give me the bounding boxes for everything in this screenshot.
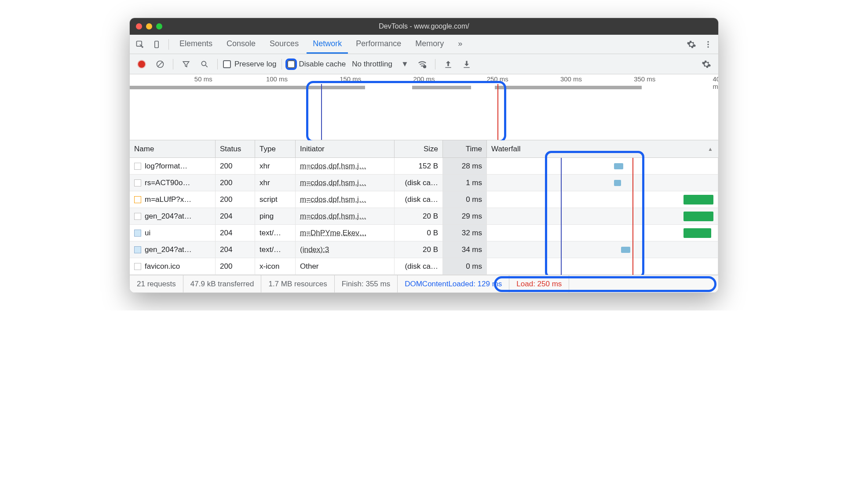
file-icon	[134, 213, 141, 220]
disable-cache-label: Disable cache	[299, 60, 346, 69]
initiator-link[interactable]: m=DhPYme,Ekev…	[300, 229, 367, 237]
gear-icon[interactable]	[684, 37, 699, 52]
tick-label: 150 ms	[340, 75, 361, 83]
preserve-log-checkbox[interactable]: Preserve log	[223, 60, 276, 69]
col-initiator[interactable]: Initiator	[296, 140, 395, 157]
cell-type: x-icon	[255, 258, 296, 274]
cell-name: log?format…	[145, 162, 187, 171]
svg-line-6	[158, 62, 162, 66]
cell-waterfall	[487, 225, 718, 241]
cell-name: rs=ACT90o…	[145, 179, 190, 187]
tick-label: 100 ms	[266, 75, 288, 83]
initiator-link[interactable]: m=cdos,dpf,hsm,j…	[300, 195, 366, 204]
tick-label: 300 ms	[560, 75, 582, 83]
col-status[interactable]: Status	[216, 140, 255, 157]
divider	[281, 59, 282, 69]
tick-label: 250 ms	[487, 75, 508, 83]
tick-label: 350 ms	[634, 75, 655, 83]
file-icon	[134, 263, 141, 270]
initiator-link[interactable]: m=cdos,dpf,hsm,j…	[300, 162, 366, 171]
device-toggle-icon[interactable]	[149, 37, 164, 52]
col-type[interactable]: Type	[255, 140, 296, 157]
record-button[interactable]	[134, 57, 149, 72]
svg-point-3	[707, 44, 709, 45]
tick-label: 50 ms	[194, 75, 212, 83]
disable-cache-checkbox[interactable]: Disable cache	[287, 60, 346, 69]
filter-icon[interactable]	[179, 57, 194, 72]
file-icon	[134, 163, 141, 170]
tab-console[interactable]: Console	[220, 35, 262, 54]
cell-status: 200	[216, 191, 255, 208]
divider	[435, 59, 435, 69]
cell-time: 1 ms	[443, 175, 487, 191]
minimize-icon[interactable]	[146, 23, 152, 29]
clear-icon[interactable]	[153, 57, 168, 72]
cell-time: 32 ms	[443, 225, 487, 241]
close-icon[interactable]	[136, 23, 142, 29]
table-row[interactable]: ui204text/…m=DhPYme,Ekev…0 B32 ms	[130, 225, 718, 241]
file-icon	[134, 246, 141, 253]
cell-time: 34 ms	[443, 241, 487, 258]
upload-icon[interactable]	[441, 57, 456, 72]
kebab-icon[interactable]	[701, 37, 716, 52]
cell-status: 204	[216, 208, 255, 224]
cell-type: xhr	[255, 158, 296, 174]
cell-status: 200	[216, 175, 255, 191]
cell-type: script	[255, 191, 296, 208]
cell-size: 0 B	[395, 225, 443, 241]
cell-time: 29 ms	[443, 208, 487, 224]
svg-line-8	[206, 65, 208, 67]
cell-size: (disk ca…	[395, 191, 443, 208]
cell-status: 204	[216, 225, 255, 241]
cell-waterfall	[487, 158, 718, 174]
cell-size: 152 B	[395, 158, 443, 174]
load-marker	[497, 84, 498, 140]
tab-network[interactable]: Network	[307, 35, 348, 54]
search-icon[interactable]	[197, 57, 212, 72]
tab-performance[interactable]: Performance	[350, 35, 407, 54]
status-finish: Finish: 355 ms	[335, 275, 398, 292]
table-row[interactable]: rs=ACT90o…200xhrm=cdos,dpf,hsm,j…(disk c…	[130, 175, 718, 191]
zoom-icon[interactable]	[156, 23, 162, 29]
cell-status: 204	[216, 241, 255, 258]
cell-waterfall	[487, 241, 718, 258]
cell-time: 28 ms	[443, 158, 487, 174]
col-time[interactable]: Time	[443, 140, 487, 157]
status-transferred: 47.9 kB transferred	[183, 275, 262, 292]
col-waterfall[interactable]: Waterfall	[487, 140, 718, 157]
table-row[interactable]: favicon.ico200x-iconOther(disk ca…0 ms	[130, 258, 718, 275]
cell-size: 20 B	[395, 241, 443, 258]
initiator-link[interactable]: m=cdos,dpf,hsm,j…	[300, 212, 366, 221]
cell-status: 200	[216, 258, 255, 274]
gear-icon[interactable]	[699, 57, 714, 72]
col-name[interactable]: Name	[130, 140, 216, 157]
status-dcl: DOMContentLoaded: 129 ms	[398, 275, 509, 292]
overview-timeline[interactable]: 50 ms100 ms150 ms200 ms250 ms300 ms350 m…	[130, 74, 718, 140]
inspect-icon[interactable]	[132, 37, 147, 52]
throttling-select[interactable]: No throttling ▼	[349, 60, 411, 69]
svg-point-4	[707, 46, 709, 47]
tab-more[interactable]: »	[452, 35, 468, 54]
file-icon	[134, 230, 141, 237]
divider	[173, 59, 173, 69]
tab-sources[interactable]: Sources	[263, 35, 305, 54]
initiator-link[interactable]: m=cdos,dpf,hsm,j…	[300, 179, 366, 187]
table-row[interactable]: gen_204?at…204pingm=cdos,dpf,hsm,j…20 B2…	[130, 208, 718, 225]
col-size[interactable]: Size	[395, 140, 443, 157]
download-icon[interactable]	[459, 57, 474, 72]
devtools-window: DevTools - www.google.com/ Elements Cons…	[129, 18, 719, 293]
cell-waterfall	[487, 258, 718, 274]
tab-elements[interactable]: Elements	[173, 35, 219, 54]
cell-time: 0 ms	[443, 191, 487, 208]
cell-waterfall	[487, 191, 718, 208]
status-resources: 1.7 MB resources	[261, 275, 334, 292]
cell-type: text/…	[255, 225, 296, 241]
traffic-lights	[136, 23, 162, 29]
table-row[interactable]: m=aLUfP?x…200scriptm=cdos,dpf,hsm,j…(dis…	[130, 191, 718, 208]
network-conditions-icon[interactable]	[415, 57, 430, 72]
initiator-link[interactable]: (index):3	[300, 245, 329, 254]
table-row[interactable]: gen_204?at…204text/…(index):320 B34 ms	[130, 241, 718, 258]
table-row[interactable]: log?format…200xhrm=cdos,dpf,hsm,j…152 B2…	[130, 158, 718, 175]
tab-memory[interactable]: Memory	[409, 35, 450, 54]
cell-waterfall	[487, 175, 718, 191]
